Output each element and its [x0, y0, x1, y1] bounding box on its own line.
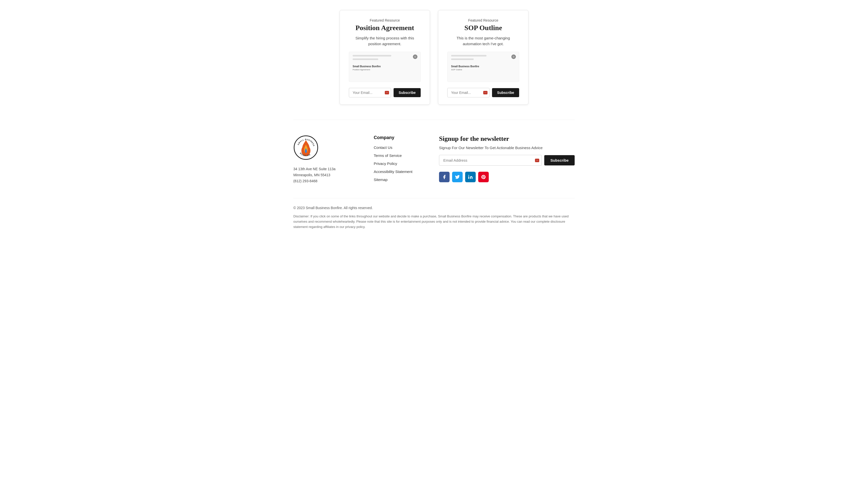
- card-subscribe-button-1[interactable]: Subscribe: [394, 88, 421, 97]
- svg-point-4: [468, 175, 469, 176]
- footer-company-column: Company Contact Us Terms of Service Priv…: [374, 135, 429, 186]
- card-title-1: Position Agreement: [349, 24, 421, 32]
- nav-item-accessibility[interactable]: Accessibility Statement: [374, 169, 429, 174]
- address-line2: Minneapolis, MN 55413: [293, 172, 364, 178]
- card-preview-2: Small Business Bonfire SOP Outline: [447, 52, 519, 82]
- newsletter-autofill-badge: ···: [535, 159, 539, 162]
- card-description-2: This is the most game-changing automatio…: [447, 35, 519, 47]
- address-phone: (612) 293-8468: [293, 178, 364, 184]
- nav-link-accessibility[interactable]: Accessibility Statement: [374, 169, 412, 174]
- preview-line-1: [352, 55, 391, 57]
- card-label-2: Featured Resource: [447, 18, 519, 22]
- linkedin-icon: [468, 174, 473, 180]
- footer-grid: SMALL BUSINESS BONFIRE 34 13th Ave NE Su…: [293, 135, 575, 186]
- nav-item-contact[interactable]: Contact Us: [374, 146, 429, 150]
- preview-line-4: [451, 59, 474, 60]
- nav-link-contact[interactable]: Contact Us: [374, 146, 392, 150]
- preview-subtitle-1: Position Agreement: [352, 68, 370, 71]
- preview-subtitle-2: SOP Outline: [451, 68, 462, 71]
- resource-card-position-agreement: Featured Resource Position Agreement Sim…: [340, 10, 430, 105]
- newsletter-form: ··· Subscribe: [439, 155, 575, 166]
- company-col-title: Company: [374, 135, 429, 140]
- card-preview-1: Small Business Bonfire Position Agreemen…: [349, 52, 421, 82]
- nav-link-sitemap[interactable]: Sitemap: [374, 178, 388, 182]
- card-title-2: SOP Outline: [447, 24, 519, 32]
- card-subscribe-button-2[interactable]: Subscribe: [492, 88, 519, 97]
- pinterest-icon: [481, 174, 486, 180]
- card-description-1: Simplify the hiring process with this po…: [349, 35, 421, 47]
- footer-bottom: © 2023 Small Business Bonfire. All right…: [293, 198, 575, 229]
- footer-logo-column: SMALL BUSINESS BONFIRE 34 13th Ave NE Su…: [293, 135, 364, 186]
- preview-line-2: [352, 59, 378, 60]
- nav-item-terms[interactable]: Terms of Service: [374, 153, 429, 158]
- card-email-wrapper-2: ···: [447, 88, 490, 97]
- facebook-link[interactable]: [439, 172, 450, 182]
- featured-resources-section: Featured Resource Position Agreement Sim…: [293, 0, 575, 120]
- preview-brand-1: Small Business Bonfire: [352, 65, 381, 68]
- pinterest-link[interactable]: [478, 172, 489, 182]
- address-line1: 34 13th Ave NE Suite 113a: [293, 166, 364, 172]
- linkedin-link[interactable]: [465, 172, 476, 182]
- facebook-icon: [442, 174, 447, 180]
- card-form-2: ··· Subscribe: [447, 88, 519, 97]
- card-label-1: Featured Resource: [349, 18, 421, 22]
- nav-item-sitemap[interactable]: Sitemap: [374, 178, 429, 182]
- autofill-badge-2: ···: [483, 91, 488, 94]
- preview-icon-2: [512, 55, 516, 59]
- nav-link-terms[interactable]: Terms of Service: [374, 153, 402, 158]
- site-footer: SMALL BUSINESS BONFIRE 34 13th Ave NE Su…: [293, 120, 575, 239]
- resource-card-sop-outline: Featured Resource SOP Outline This is th…: [438, 10, 528, 105]
- newsletter-email-input[interactable]: [439, 155, 542, 166]
- newsletter-email-wrapper: ···: [439, 155, 542, 166]
- autofill-badge-1: ···: [385, 91, 389, 94]
- newsletter-subtitle: Signup For Our Newsletter To Get Actiona…: [439, 146, 575, 150]
- footer-newsletter-column: Signup for the newsletter Signup For Our…: [439, 135, 575, 186]
- preview-icon-1: [413, 55, 417, 59]
- card-email-wrapper-1: ···: [349, 88, 391, 97]
- twitter-icon: [455, 174, 460, 180]
- copyright-text: © 2023 Small Business Bonfire. All right…: [293, 206, 575, 210]
- preview-brand-2: Small Business Bonfire: [451, 65, 479, 68]
- newsletter-title: Signup for the newsletter: [439, 135, 575, 142]
- card-form-1: ··· Subscribe: [349, 88, 421, 97]
- footer-navigation: Contact Us Terms of Service Privacy Poli…: [374, 146, 429, 182]
- nav-item-privacy[interactable]: Privacy Policy: [374, 161, 429, 166]
- footer-address: 34 13th Ave NE Suite 113a Minneapolis, M…: [293, 166, 364, 184]
- preview-line-3: [451, 55, 487, 57]
- newsletter-subscribe-button[interactable]: Subscribe: [544, 155, 575, 165]
- nav-link-privacy[interactable]: Privacy Policy: [374, 161, 397, 166]
- twitter-link[interactable]: [452, 172, 463, 182]
- footer-logo: SMALL BUSINESS BONFIRE: [293, 135, 318, 160]
- disclaimer-text: Disclaimer: If you click on some of the …: [293, 214, 575, 229]
- social-icons-group: [439, 172, 575, 182]
